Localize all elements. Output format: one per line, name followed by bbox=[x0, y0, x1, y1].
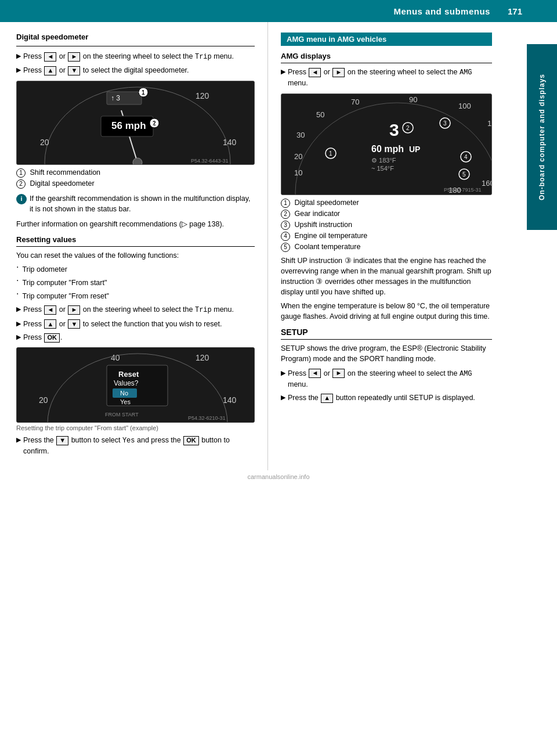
svg-text:Yes: Yes bbox=[120, 398, 131, 405]
anno-num-2: 2 bbox=[281, 210, 290, 219]
svg-text:20: 20 bbox=[39, 395, 48, 405]
resetting-intro: You can reset the values of the followin… bbox=[16, 250, 255, 261]
bullet-item: ▶ Press the ▲ button repeatedly until SE… bbox=[281, 393, 492, 403]
reset-svg: 20 40 120 140 Reset Values? No Yes FROM bbox=[17, 348, 255, 423]
annotation-item: 2 Gear indicator bbox=[281, 210, 492, 219]
bullet-arrow-icon: ▶ bbox=[16, 66, 21, 74]
down-arrow-btn[interactable]: ▼ bbox=[68, 319, 80, 329]
anno-label-3: Upshift instruction bbox=[294, 221, 352, 229]
annotation-list: 1 Shift recommendation 2 Digital speedom… bbox=[16, 168, 255, 189]
svg-text:40: 40 bbox=[111, 353, 120, 362]
content-area: Digital speedometer ▶ Press ◄ or ► on th… bbox=[0, 22, 557, 470]
resetting-values-title: Resetting values bbox=[16, 235, 255, 244]
dot-icon: · bbox=[16, 262, 19, 272]
down-arrow-btn[interactable]: ▼ bbox=[68, 66, 80, 75]
ok-confirm-btn[interactable]: OK bbox=[183, 436, 199, 445]
digital-speedometer-title: Digital speedometer bbox=[16, 33, 255, 41]
annotation-item: 1 Digital speedometer bbox=[281, 199, 492, 208]
press-label: Press bbox=[23, 52, 44, 60]
anno-num-5: 5 bbox=[281, 243, 290, 252]
left-arrow-btn[interactable]: ◄ bbox=[309, 369, 321, 378]
down-btn[interactable]: ▼ bbox=[56, 436, 68, 445]
list-item: · Trip computer "From start" bbox=[16, 278, 255, 288]
svg-text:UP: UP bbox=[409, 145, 420, 154]
annotation-item: 1 Shift recommendation bbox=[16, 168, 255, 178]
amg-annotation-list: 1 Digital speedometer 2 Gear indicator 3… bbox=[281, 199, 492, 252]
reset-diagram: 20 40 120 140 Reset Values? No Yes FROM bbox=[16, 347, 255, 423]
setup-section: SETUP SETUP shows the drive program, the… bbox=[281, 327, 492, 403]
reset-diagram-caption: Resetting the trip computer "From start"… bbox=[16, 424, 255, 431]
divider bbox=[16, 46, 255, 46]
left-arrow-btn[interactable]: ◄ bbox=[44, 52, 56, 62]
left-column: Digital speedometer ▶ Press ◄ or ► on th… bbox=[0, 22, 268, 470]
bullet-arrow-icon: ▶ bbox=[281, 393, 285, 402]
svg-text:50: 50 bbox=[316, 110, 324, 119]
left-arrow-btn[interactable]: ◄ bbox=[309, 68, 321, 77]
info-text: If the gearshift recommendation is shown… bbox=[30, 193, 255, 214]
anno-num-2: 2 bbox=[16, 179, 26, 189]
bullet-text: Press ▲ or ▼ to select the digital speed… bbox=[23, 65, 255, 75]
bullet-arrow-icon: ▶ bbox=[16, 319, 21, 328]
svg-text:70: 70 bbox=[351, 98, 359, 106]
info-icon: i bbox=[16, 194, 27, 204]
svg-text:⚙ 183°F: ⚙ 183°F bbox=[371, 157, 396, 164]
amg-svg: 10 20 30 50 70 90 100 110 120 140 160 18… bbox=[281, 94, 492, 195]
anno-num-3: 3 bbox=[281, 221, 290, 230]
divider bbox=[281, 339, 492, 340]
svg-text:Reset: Reset bbox=[118, 370, 139, 379]
dot-icon: · bbox=[16, 289, 19, 298]
svg-text:120: 120 bbox=[196, 353, 209, 362]
up-arrow-btn[interactable]: ▲ bbox=[321, 394, 333, 403]
amg-diagram: 10 20 30 50 70 90 100 110 120 140 160 18… bbox=[281, 93, 492, 195]
list-item-text: Trip computer "From reset" bbox=[22, 291, 255, 301]
svg-text:Values?: Values? bbox=[114, 379, 139, 387]
svg-text:140: 140 bbox=[223, 138, 237, 147]
up-arrow-btn[interactable]: ▲ bbox=[44, 319, 56, 329]
right-arrow-btn[interactable]: ► bbox=[332, 68, 345, 77]
svg-text:4: 4 bbox=[464, 154, 468, 160]
up-arrow-btn[interactable]: ▲ bbox=[44, 66, 56, 75]
info-box: i If the gearshift recommendation is sho… bbox=[16, 193, 255, 214]
bullet-text: Press ◄ or ► on the steering wheel to se… bbox=[23, 304, 255, 315]
top-bar: Menus and submenus 171 bbox=[0, 0, 557, 22]
anno-label-4: Engine oil temperature bbox=[294, 232, 367, 240]
anno-num-4: 4 bbox=[281, 232, 290, 241]
left-arrow-btn[interactable]: ◄ bbox=[44, 305, 56, 315]
bullet-text: Press ◄ or ► on the steering wheel to se… bbox=[288, 67, 492, 89]
svg-text:120: 120 bbox=[196, 91, 209, 100]
svg-text:100: 100 bbox=[458, 102, 471, 110]
anno-label-5: Coolant temperature bbox=[294, 243, 360, 251]
press-ok-bullet: ▶ Press OK. bbox=[16, 332, 255, 343]
right-arrow-btn[interactable]: ► bbox=[332, 369, 345, 378]
anno-label-2: Digital speedometer bbox=[30, 179, 94, 188]
anno-num-1: 1 bbox=[16, 168, 26, 178]
svg-text:3: 3 bbox=[389, 120, 399, 139]
bullet-item: ▶ Press ◄ or ► on the steering wheel to … bbox=[16, 51, 255, 62]
setup-title: SETUP bbox=[281, 327, 492, 337]
right-arrow-btn[interactable]: ► bbox=[68, 52, 80, 62]
bullet-arrow-icon: ▶ bbox=[281, 369, 285, 377]
anno-label-1: Shift recommendation bbox=[30, 168, 100, 177]
bullet-arrow-icon: ▶ bbox=[16, 305, 21, 314]
bullet-text: Press the ▲ button repeatedly until SETU… bbox=[288, 393, 492, 403]
svg-text:1: 1 bbox=[329, 150, 332, 157]
svg-text:P54.32-7915-31: P54.32-7915-31 bbox=[444, 187, 482, 193]
bullet-item: ▶ Press ◄ or ► on the steering wheel to … bbox=[281, 67, 492, 89]
bullet-arrow-icon: ▶ bbox=[16, 435, 21, 444]
svg-text:~ 154°F: ~ 154°F bbox=[371, 165, 394, 172]
svg-text:FROM START: FROM START bbox=[105, 412, 139, 417]
final-bullet-text: Press the ▼ button to select Yes and pre… bbox=[23, 435, 255, 457]
svg-text:↑ 3: ↑ 3 bbox=[111, 94, 120, 102]
svg-text:10: 10 bbox=[294, 168, 302, 177]
annotation-item: 4 Engine oil temperature bbox=[281, 232, 492, 241]
svg-text:160: 160 bbox=[482, 179, 492, 188]
dot-icon: · bbox=[16, 276, 19, 285]
amg-displays-title: AMG displays bbox=[281, 52, 492, 60]
ok-btn[interactable]: OK bbox=[44, 333, 60, 343]
list-item: · Trip computer "From reset" bbox=[16, 291, 255, 301]
resetting-values-section: Resetting values You can reset the value… bbox=[16, 235, 255, 457]
right-arrow-btn[interactable]: ► bbox=[68, 305, 80, 315]
bullet-item: ▶ Press ▲ or ▼ to select the function th… bbox=[16, 319, 255, 329]
bullet-arrow-icon: ▶ bbox=[16, 52, 21, 60]
bullet-text: Press ◄ or ► on the steering wheel to se… bbox=[23, 51, 255, 62]
